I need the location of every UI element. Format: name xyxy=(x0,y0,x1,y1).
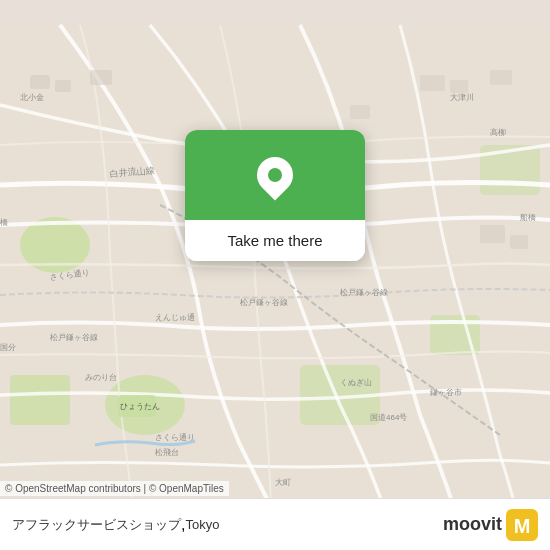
map-container: 白井流山線 さくら通り えんじゅ通 松戸鎌ヶ谷線 松戸鎌ヶ谷線 松戸鎌ヶ谷線 み… xyxy=(0,0,550,550)
svg-text:大町: 大町 xyxy=(275,478,291,487)
svg-text:国道464号: 国道464号 xyxy=(370,413,407,422)
svg-text:国分: 国分 xyxy=(0,343,16,352)
svg-text:大津川: 大津川 xyxy=(450,93,474,102)
moovit-icon: M xyxy=(506,509,538,541)
svg-rect-7 xyxy=(30,75,50,89)
svg-text:鎌ヶ谷市: 鎌ヶ谷市 xyxy=(430,388,462,397)
place-city: Tokyo xyxy=(185,517,219,532)
popup-card: Take me there xyxy=(185,130,365,261)
svg-text:さくら通り: さくら通り xyxy=(155,433,195,442)
svg-text:くぬぎ山: くぬぎ山 xyxy=(340,378,372,387)
svg-rect-15 xyxy=(510,235,528,249)
place-info: アフラックサービスショップ , Tokyo xyxy=(12,516,443,534)
svg-text:えんじゅ通: えんじゅ通 xyxy=(155,313,195,322)
svg-rect-13 xyxy=(350,105,370,119)
svg-rect-9 xyxy=(90,70,112,85)
svg-text:松戸鎌ヶ谷線: 松戸鎌ヶ谷線 xyxy=(340,288,388,297)
svg-rect-11 xyxy=(450,80,468,93)
map-background: 白井流山線 さくら通り えんじゅ通 松戸鎌ヶ谷線 松戸鎌ヶ谷線 松戸鎌ヶ谷線 み… xyxy=(0,0,550,550)
svg-text:松戸鎌ヶ谷線: 松戸鎌ヶ谷線 xyxy=(240,298,288,307)
svg-text:ひょうたん: ひょうたん xyxy=(120,402,160,411)
svg-rect-14 xyxy=(480,225,505,243)
take-me-there-button[interactable]: Take me there xyxy=(185,220,365,261)
svg-text:M: M xyxy=(514,515,531,537)
svg-text:高柳: 高柳 xyxy=(490,128,506,137)
map-attribution: © OpenStreetMap contributors | © OpenMap… xyxy=(0,481,229,496)
svg-text:北小金: 北小金 xyxy=(20,93,44,102)
svg-text:船橋: 船橋 xyxy=(520,213,536,222)
moovit-text: moovit xyxy=(443,514,502,535)
moovit-logo: moovit M xyxy=(443,509,538,541)
place-name: アフラックサービスショップ xyxy=(12,516,181,534)
bottom-bar: アフラックサービスショップ , Tokyo moovit M xyxy=(0,498,550,550)
svg-rect-12 xyxy=(490,70,512,85)
svg-text:橋: 橋 xyxy=(0,218,8,227)
svg-text:みのり台: みのり台 xyxy=(85,373,117,382)
svg-rect-6 xyxy=(10,375,70,425)
svg-rect-10 xyxy=(420,75,445,91)
location-pin-icon xyxy=(250,150,301,201)
svg-text:松戸鎌ヶ谷線: 松戸鎌ヶ谷線 xyxy=(50,333,98,342)
svg-rect-8 xyxy=(55,80,71,92)
svg-text:松飛台: 松飛台 xyxy=(155,448,179,457)
popup-map-area xyxy=(185,130,365,220)
